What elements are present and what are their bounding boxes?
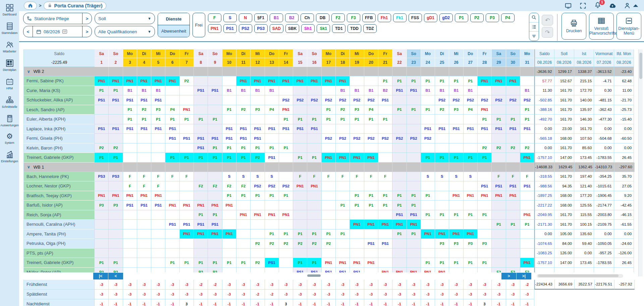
- shift-cell-d6[interactable]: [165, 239, 179, 249]
- shift-cell-d23[interactable]: [407, 95, 421, 105]
- shift-cell-d17[interactable]: [322, 191, 336, 201]
- breadcrumb-current[interactable]: Porta Curana (Träger): [44, 2, 106, 10]
- shift-cell-d1[interactable]: [95, 220, 109, 229]
- shift-cell-d26[interactable]: S: [449, 172, 463, 182]
- shift-cell-d2[interactable]: P1: [109, 86, 123, 96]
- shift-cell-d16[interactable]: [307, 201, 321, 210]
- employee-name[interactable]: Euler, Alberta (KPH): [23, 115, 95, 124]
- shift-cell-d8[interactable]: P1: [194, 258, 208, 268]
- shift-cell-d9[interactable]: [208, 239, 222, 249]
- shift-cell-d6[interactable]: PN1: [165, 201, 179, 210]
- shift-cell-d21[interactable]: [378, 105, 392, 115]
- shift-cell-d26[interactable]: [449, 143, 463, 153]
- shift-cell-d12[interactable]: PS1: [251, 124, 265, 134]
- shift-code-button-S[interactable]: S: [223, 13, 237, 22]
- shift-cell-d9[interactable]: PN1: [208, 201, 222, 210]
- shift-cell-d9[interactable]: [208, 249, 222, 258]
- shift-cell-d17[interactable]: PS1: [322, 268, 336, 272]
- shift-cell-d31[interactable]: PS1: [520, 124, 534, 134]
- shift-cell-d20[interactable]: [364, 249, 378, 258]
- shift-cell-d19[interactable]: B1: [350, 86, 364, 96]
- shift-cell-d3[interactable]: B1: [123, 86, 137, 96]
- shift-cell-d15[interactable]: P1: [293, 229, 307, 239]
- shift-cell-d22[interactable]: P1: [392, 191, 407, 201]
- search-button[interactable]: [529, 13, 539, 22]
- shift-code-button-gD2[interactable]: gD2: [439, 13, 453, 22]
- shift-cell-d23[interactable]: P1: [407, 105, 421, 115]
- shift-cell-d9[interactable]: P3: [208, 268, 222, 272]
- shift-cell-d15[interactable]: PS2: [293, 95, 307, 105]
- shift-cell-d10[interactable]: [222, 239, 236, 249]
- shift-cell-d24[interactable]: [421, 143, 435, 153]
- shift-cell-d18[interactable]: [336, 220, 350, 229]
- shift-cell-d31[interactable]: [520, 239, 534, 249]
- shift-cell-d10[interactable]: P1: [222, 258, 236, 268]
- shift-cell-d15[interactable]: P1: [293, 115, 307, 124]
- shift-cell-d20[interactable]: P1: [364, 115, 378, 124]
- shift-cell-d21[interactable]: PN1: [378, 268, 392, 272]
- qualification-select[interactable]: Alle Qualifikationen ▼: [95, 26, 155, 37]
- shift-cell-d21[interactable]: [378, 124, 392, 134]
- shift-cell-d17[interactable]: [322, 249, 336, 258]
- shift-cell-d9[interactable]: [208, 95, 222, 105]
- shift-cell-d12[interactable]: [251, 268, 265, 272]
- shift-cell-d27[interactable]: [464, 249, 478, 258]
- shift-cell-d22[interactable]: PN1: [392, 220, 407, 229]
- shift-cell-d31[interactable]: PS2: [520, 95, 534, 105]
- shift-cell-d18[interactable]: PN1: [336, 258, 350, 268]
- shift-cell-d20[interactable]: [364, 181, 378, 191]
- employee-name[interactable]: Petruska, Olga (PH): [23, 239, 95, 249]
- shift-cell-d22[interactable]: PN1: [392, 268, 407, 272]
- shift-cell-d29[interactable]: [492, 229, 506, 239]
- shift-cell-d23[interactable]: P1: [407, 201, 421, 210]
- shift-cell-d1[interactable]: PS1: [95, 95, 109, 105]
- shift-code-button-P2[interactable]: P2: [470, 13, 484, 22]
- shift-cell-d6[interactable]: [165, 181, 179, 191]
- shift-cell-d1[interactable]: PS3: [95, 172, 109, 182]
- shift-cell-d1[interactable]: [95, 249, 109, 258]
- shift-cell-d9[interactable]: PS1: [208, 134, 222, 143]
- shift-cell-d14[interactable]: [279, 201, 293, 210]
- shift-cell-d13[interactable]: [265, 201, 279, 210]
- shift-cell-d31[interactable]: [520, 134, 534, 143]
- shift-cell-d19[interactable]: F: [350, 172, 364, 182]
- shift-cell-d1[interactable]: P3: [95, 201, 109, 210]
- shift-cell-d15[interactable]: [293, 134, 307, 143]
- shift-cell-d21[interactable]: [378, 153, 392, 163]
- shift-cell-d25[interactable]: [435, 134, 449, 143]
- shift-cell-d27[interactable]: P1: [464, 210, 478, 220]
- shift-cell-d27[interactable]: [464, 134, 478, 143]
- shift-cell-d5[interactable]: [151, 143, 165, 153]
- shift-cell-d29[interactable]: [492, 258, 506, 268]
- frei-button[interactable]: Frei: [193, 13, 205, 37]
- shift-cell-d7[interactable]: P1: [180, 258, 194, 268]
- shift-cell-d25[interactable]: P3: [435, 239, 449, 249]
- shift-cell-d24[interactable]: PN1: [421, 268, 435, 272]
- shift-cell-d6[interactable]: P4: [165, 105, 179, 115]
- shift-cell-d14[interactable]: PS1: [279, 124, 293, 134]
- shift-cell-d24[interactable]: PS1: [421, 124, 435, 134]
- home-button[interactable]: [24, 2, 37, 10]
- shift-cell-d5[interactable]: [151, 210, 165, 220]
- shift-cell-d8[interactable]: [194, 76, 208, 86]
- shift-cell-d16[interactable]: [307, 220, 321, 229]
- shift-cell-d29[interactable]: [492, 153, 506, 163]
- shift-cell-d23[interactable]: P1: [407, 191, 421, 201]
- shift-cell-d7[interactable]: PS1: [180, 220, 194, 229]
- shift-cell-d4[interactable]: PN1: [137, 76, 151, 86]
- shift-cell-d20[interactable]: P1: [364, 191, 378, 201]
- employee-name[interactable]: Reich, Sonja (AP): [23, 210, 95, 220]
- shift-cell-d7[interactable]: PN1: [180, 105, 194, 115]
- shift-cell-d19[interactable]: PS1: [350, 268, 364, 272]
- shift-cell-d16[interactable]: PS2: [307, 95, 321, 105]
- shift-cell-d5[interactable]: PS1: [151, 124, 165, 134]
- shift-cell-d29[interactable]: [492, 239, 506, 249]
- shift-cell-d13[interactable]: PS1: [265, 124, 279, 134]
- shift-cell-d7[interactable]: [180, 143, 194, 153]
- shift-cell-d12[interactable]: P3: [251, 105, 265, 115]
- shift-cell-d29[interactable]: P1: [492, 115, 506, 124]
- shift-cell-d6[interactable]: P1: [165, 258, 179, 268]
- scroll-first-button[interactable]: |<: [93, 273, 108, 279]
- shift-cell-d13[interactable]: [265, 134, 279, 143]
- shift-code-button-F2[interactable]: F2: [331, 13, 345, 22]
